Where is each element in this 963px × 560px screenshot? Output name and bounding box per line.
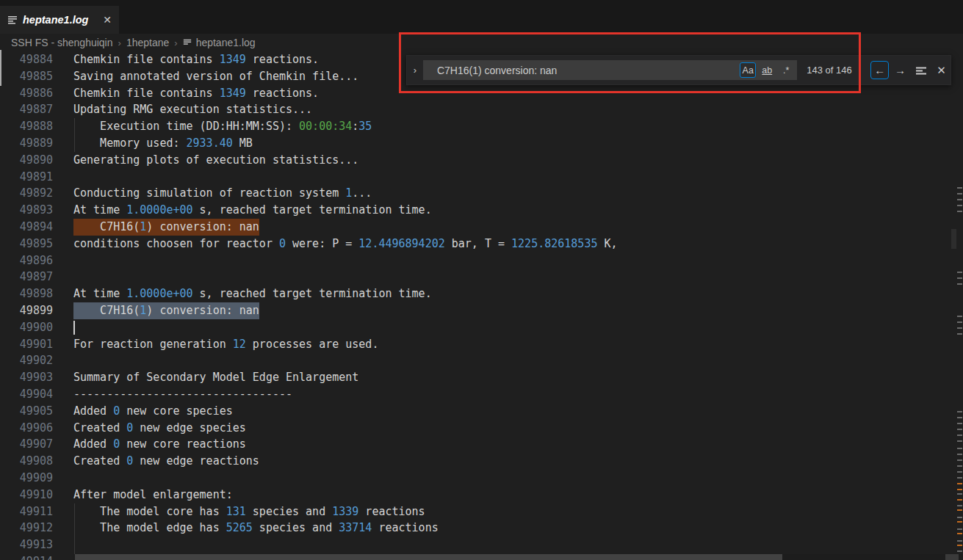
line-number[interactable]: 49913 [0,537,53,553]
regex-button[interactable]: .* [778,62,794,78]
minimap-text-mark [957,528,962,530]
code-line: 49906Created 0 new edge species [0,420,963,437]
code-text: 1 [345,186,352,200]
code-text: 12.4496894202 [358,237,444,250]
minimap-text-mark [957,540,962,542]
line-number[interactable]: 49899 [0,302,53,319]
tab-close-icon[interactable]: ✕ [103,14,112,26]
breadcrumb-item-folder[interactable]: 1heptane [126,37,169,48]
code-text: Added [73,404,113,418]
tab-heptane1-log[interactable]: heptane1.log ✕ [0,6,119,34]
toggle-replace-button[interactable]: › [407,56,423,84]
minimap-text-mark [957,327,962,329]
code-line: 49894 C7H16(1) conversion: nan [0,219,963,236]
line-number[interactable]: 49885 [0,68,53,85]
line-number[interactable]: 49884 [0,51,53,68]
code-line: 49905Added 0 new core species [0,403,963,420]
line-number[interactable]: 49912 [0,520,53,537]
code-text: 1.0000e+00 [126,287,192,300]
code-line: 49902 [0,352,963,369]
line-content: At time 1.0000e+00 s, reached target ter… [73,286,432,302]
minimap-text-mark [957,423,962,424]
line-content: Updating RMG execution statistics... [73,101,312,118]
code-line: 49897 [0,269,963,286]
code-line: 49901For reaction generation 12 processe… [0,336,963,353]
code-text: processes are used. [246,338,379,351]
line-number[interactable]: 49887 [0,101,53,118]
line-content: --------------------------------- [73,386,292,403]
code-text: new core species [120,404,233,418]
code-text: Conducting simulation of reaction system [73,186,345,200]
line-number[interactable]: 49911 [0,503,53,520]
whole-word-button[interactable]: ab [759,62,775,78]
line-number[interactable]: 49889 [0,135,53,152]
code-text: 0 [113,437,120,451]
line-number[interactable]: 49898 [0,286,53,302]
line-number[interactable]: 49893 [0,202,53,219]
minimap-text-mark [957,187,962,189]
line-number[interactable]: 49896 [0,252,53,269]
code-text: Execution time (DD:HH:MM:SS): [73,120,299,133]
find-input[interactable]: C7H16(1) conversion: nan Aa ab .* [423,60,797,80]
code-text: were: P = [286,237,358,250]
line-number[interactable]: 49914 [0,553,53,560]
minimap-find-match-mark [957,499,962,501]
line-content: Generating plots of execution statistics… [73,152,358,169]
next-match-button[interactable]: → [891,61,909,79]
code-line: 49911 The model core has 131 species and… [0,503,963,520]
line-content: After model enlargement: [73,487,233,503]
breadcrumb: SSH FS - shenghuiqin › 1heptane › heptan… [0,34,963,51]
code-text: ) conversion: nan [146,304,259,317]
line-number[interactable]: 49890 [0,152,53,169]
minimap-find-match-mark [957,545,962,546]
line-number[interactable]: 49904 [0,386,53,403]
line-number[interactable]: 49903 [0,369,53,386]
find-query-text: C7H16(1) conversion: nan [437,65,740,76]
line-number[interactable]: 49897 [0,269,53,286]
line-number[interactable]: 49910 [0,487,53,503]
horizontal-scrollbar-slider[interactable] [75,554,782,560]
line-number[interactable]: 49886 [0,85,53,102]
breadcrumb-item-root[interactable]: SSH FS - shenghuiqin [11,37,113,48]
line-number[interactable]: 49905 [0,403,53,420]
line-number[interactable]: 49901 [0,336,53,353]
breadcrumb-item-file[interactable]: heptane1.log [183,37,256,48]
code-text: s, reached target termination time. [193,203,432,217]
line-number[interactable]: 49902 [0,352,53,369]
editor-pane[interactable]: 49884Chemkin file contains 1349 reaction… [0,51,963,560]
minimap[interactable] [956,51,963,560]
code-text: 1339 [332,505,358,518]
code-text: For reaction generation [73,338,233,351]
code-text: 1 [140,220,146,233]
line-number[interactable]: 49891 [0,169,53,186]
line-number[interactable]: 49900 [0,319,53,336]
tab-title: heptane1.log [23,14,97,26]
line-number[interactable]: 49908 [0,453,53,470]
previous-match-button[interactable]: ← [870,61,889,79]
line-number[interactable]: 49895 [0,236,53,252]
line-number[interactable]: 49907 [0,436,53,453]
code-line: 49904--------------------------------- [0,386,963,403]
line-number[interactable]: 49909 [0,470,53,487]
code-text: K, [597,237,617,250]
code-line: 49903Summary of Secondary Model Edge Enl… [0,369,963,386]
code-text: reactions. [246,87,319,100]
line-number[interactable]: 49892 [0,185,53,202]
chevron-right-icon: › [118,37,121,48]
line-number[interactable]: 49888 [0,118,53,135]
match-case-button[interactable]: Aa [740,62,756,78]
vscode-window: heptane1.log ✕ SSH FS - shenghuiqin › 1h… [0,0,963,560]
code-text: Generating plots of execution statistics… [73,153,358,167]
code-text: Summary of Secondary Model Edge Enlargem… [73,371,358,384]
code-text: The model edge has [73,521,226,534]
minimap-text-mark [957,277,962,279]
horizontal-scrollbar-track[interactable] [73,554,963,560]
find-in-selection-button[interactable] [912,61,930,79]
line-number[interactable]: 49906 [0,420,53,437]
code-text: Created [73,454,126,468]
line-content: For reaction generation 12 processes are… [73,336,378,353]
line-number[interactable]: 49894 [0,219,53,236]
code-text: 5265 [226,521,253,534]
close-find-button[interactable]: ✕ [932,61,951,79]
line-content: Created 0 new edge reactions [73,453,259,470]
